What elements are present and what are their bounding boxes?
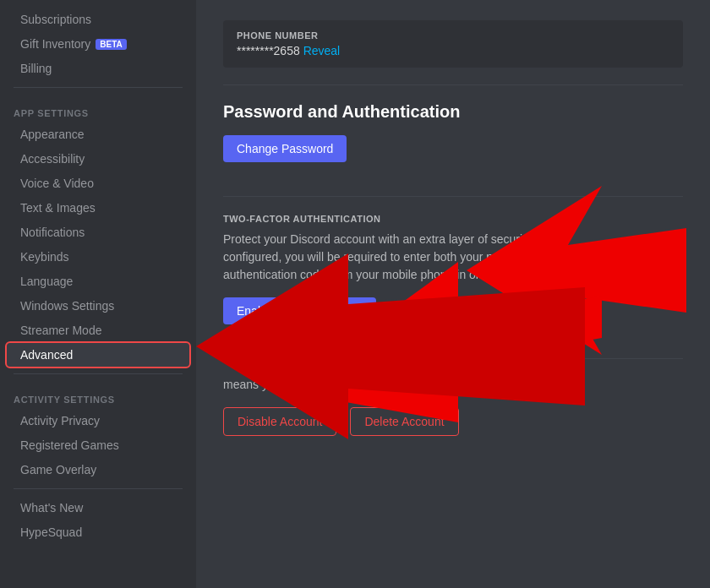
sidebar-item-whats-new[interactable]: What's New bbox=[7, 496, 189, 520]
sidebar-divider-1 bbox=[14, 87, 183, 88]
sidebar: Subscriptions Gift Inventory BETA Billin… bbox=[0, 0, 196, 588]
sidebar-item-hypesquad[interactable]: HypeSquad bbox=[7, 520, 189, 544]
sidebar-item-keybinds[interactable]: Keybinds bbox=[7, 245, 189, 269]
sidebar-section-activity-settings: ACTIVITY SETTINGS bbox=[0, 381, 196, 408]
sidebar-item-voice-video[interactable]: Voice & Video bbox=[7, 172, 189, 195]
beta-badge: BETA bbox=[96, 39, 126, 50]
section-divider-2 bbox=[223, 196, 683, 197]
reveal-link[interactable]: Reveal bbox=[303, 44, 341, 57]
sidebar-item-text-images[interactable]: Text & Images bbox=[7, 196, 189, 220]
sidebar-item-language[interactable]: Language bbox=[7, 270, 189, 293]
sidebar-item-registered-games[interactable]: Registered Games bbox=[7, 433, 189, 457]
sidebar-divider-3 bbox=[14, 488, 183, 489]
enable-2fa-button[interactable]: Enable Two-Factor Auth bbox=[223, 297, 376, 324]
sidebar-item-activity-privacy[interactable]: Activity Privacy bbox=[7, 409, 189, 433]
sidebar-item-windows-settings[interactable]: Windows Settings bbox=[7, 294, 189, 318]
two-factor-label: TWO-FACTOR AUTHENTICATION bbox=[223, 214, 683, 224]
change-password-button[interactable]: Change Password bbox=[223, 135, 347, 162]
sidebar-item-advanced[interactable]: Advanced bbox=[7, 343, 189, 367]
section-divider-1 bbox=[223, 84, 683, 85]
sidebar-divider-2 bbox=[14, 373, 183, 374]
svg-marker-1 bbox=[281, 262, 602, 422]
sidebar-item-gift-inventory[interactable]: Gift Inventory BETA bbox=[7, 32, 189, 56]
sidebar-item-notifications[interactable]: Notifications bbox=[7, 220, 189, 244]
two-factor-desc: Protect your Discord account with an ext… bbox=[223, 231, 612, 284]
arrow-overlay bbox=[196, 0, 710, 588]
phone-section: PHONE NUMBER ********2658 Reveal bbox=[223, 20, 683, 68]
sidebar-item-appearance[interactable]: Appearance bbox=[7, 122, 189, 146]
section-divider-3 bbox=[223, 358, 683, 359]
account-buttons: Disable Account Delete Account bbox=[223, 407, 683, 436]
sidebar-section-app-settings: APP SETTINGS bbox=[0, 95, 196, 122]
sidebar-item-subscriptions[interactable]: Subscriptions bbox=[7, 8, 189, 31]
sidebar-item-streamer-mode[interactable]: Streamer Mode bbox=[7, 318, 189, 342]
phone-number: ********2658 bbox=[237, 44, 300, 57]
account-removal-desc: means you can recover it at any time aft… bbox=[223, 376, 612, 394]
sidebar-item-billing[interactable]: Billing bbox=[7, 57, 189, 80]
phone-label: PHONE NUMBER bbox=[237, 30, 669, 41]
main-content: PHONE NUMBER ********2658 Reveal Passwor… bbox=[196, 0, 710, 588]
sidebar-item-game-overlay[interactable]: Game Overlay bbox=[7, 458, 189, 482]
delete-account-button[interactable]: Delete Account bbox=[350, 407, 458, 436]
disable-account-button[interactable]: Disable Account bbox=[223, 407, 336, 436]
password-section-title: Password and Authentication bbox=[223, 102, 683, 122]
phone-value: ********2658 Reveal bbox=[237, 44, 669, 57]
sidebar-item-accessibility[interactable]: Accessibility bbox=[7, 147, 189, 171]
